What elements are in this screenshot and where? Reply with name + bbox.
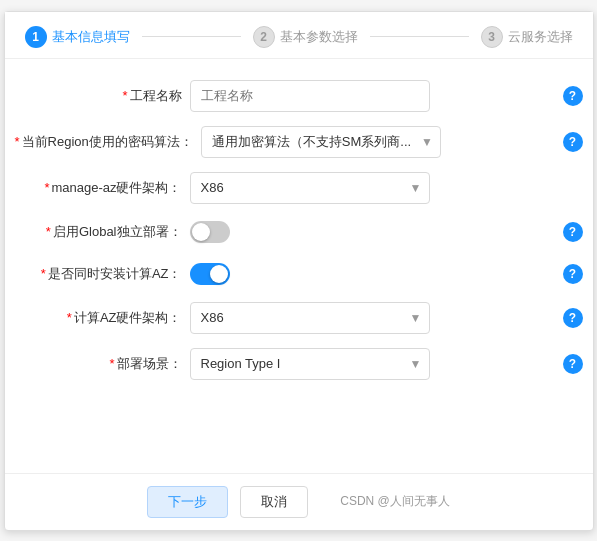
label-compute-az: *是否同时安装计算AZ： bbox=[15, 265, 190, 283]
row-deploy-scene: *部署场景： Region Type I Region Type II Regi… bbox=[5, 341, 593, 387]
help-icon-deploy-scene[interactable]: ? bbox=[563, 354, 583, 374]
dialog: 1 基本信息填写 2 基本参数选择 3 云服务选择 *工程名称 ? bbox=[4, 11, 594, 531]
next-button[interactable]: 下一步 bbox=[147, 486, 228, 518]
toggle-wrap-compute bbox=[190, 263, 230, 285]
footer: 下一步 取消 CSDN @人间无事人 bbox=[5, 473, 593, 530]
step-2-circle: 2 bbox=[253, 26, 275, 48]
crypto-algorithm-select[interactable]: 通用加密算法（不支持SM系列商... SM系列商用密码算法 bbox=[201, 126, 441, 158]
required-star: * bbox=[109, 356, 114, 371]
control-compute-az bbox=[190, 263, 553, 285]
watermark: CSDN @人间无事人 bbox=[340, 493, 450, 510]
toggle-knob-global bbox=[192, 223, 210, 241]
required-star: * bbox=[15, 134, 20, 149]
compute-az-arch-select[interactable]: X86 ARM bbox=[190, 302, 430, 334]
row-project-name: *工程名称 ? bbox=[5, 73, 593, 119]
help-icon-project-name[interactable]: ? bbox=[563, 86, 583, 106]
required-star: * bbox=[41, 266, 46, 281]
step-2-label: 基本参数选择 bbox=[280, 28, 358, 46]
required-star: * bbox=[122, 88, 127, 103]
select-wrap-deploy: Region Type I Region Type II Region Type… bbox=[190, 348, 430, 380]
control-manage-az-arch: X86 ARM ▼ bbox=[190, 172, 583, 204]
cancel-button[interactable]: 取消 bbox=[240, 486, 308, 518]
step-divider-2 bbox=[370, 36, 469, 37]
step-1: 1 基本信息填写 bbox=[25, 26, 130, 48]
compute-az-toggle[interactable] bbox=[190, 263, 230, 285]
label-project-name: *工程名称 bbox=[15, 87, 190, 105]
row-compute-az-arch: *计算AZ硬件架构： X86 ARM ▼ ? bbox=[5, 295, 593, 341]
select-wrap-crypto: 通用加密算法（不支持SM系列商... SM系列商用密码算法 ▼ bbox=[201, 126, 441, 158]
step-divider-1 bbox=[142, 36, 241, 37]
help-icon-global-deploy[interactable]: ? bbox=[563, 222, 583, 242]
deploy-scene-select[interactable]: Region Type I Region Type II Region Type… bbox=[190, 348, 430, 380]
step-3: 3 云服务选择 bbox=[481, 26, 573, 48]
label-deploy-scene: *部署场景： bbox=[15, 355, 190, 373]
select-wrap-compute-az: X86 ARM ▼ bbox=[190, 302, 430, 334]
control-project-name bbox=[190, 80, 553, 112]
label-manage-az-arch: *manage-az硬件架构： bbox=[15, 179, 190, 197]
project-name-input[interactable] bbox=[190, 80, 430, 112]
required-star: * bbox=[46, 224, 51, 239]
step-1-circle: 1 bbox=[25, 26, 47, 48]
toggle-wrap-global bbox=[190, 221, 230, 243]
step-1-label: 基本信息填写 bbox=[52, 28, 130, 46]
step-3-label: 云服务选择 bbox=[508, 28, 573, 46]
label-global-deploy: *启用Global独立部署： bbox=[15, 223, 190, 241]
global-deploy-toggle[interactable] bbox=[190, 221, 230, 243]
label-crypto-algorithm: *当前Region使用的密码算法： bbox=[15, 133, 201, 151]
steps-header: 1 基本信息填写 2 基本参数选择 3 云服务选择 bbox=[5, 12, 593, 59]
row-manage-az-arch: *manage-az硬件架构： X86 ARM ▼ bbox=[5, 165, 593, 211]
control-global-deploy bbox=[190, 221, 553, 243]
help-icon-crypto[interactable]: ? bbox=[563, 132, 583, 152]
row-crypto-algorithm: *当前Region使用的密码算法： 通用加密算法（不支持SM系列商... SM系… bbox=[5, 119, 593, 165]
row-compute-az: *是否同时安装计算AZ： ? bbox=[5, 253, 593, 295]
control-compute-az-arch: X86 ARM ▼ bbox=[190, 302, 553, 334]
form-area: *工程名称 ? *当前Region使用的密码算法： 通用加密算法（不支持SM系列… bbox=[5, 59, 593, 473]
step-2: 2 基本参数选择 bbox=[253, 26, 358, 48]
label-compute-az-arch: *计算AZ硬件架构： bbox=[15, 309, 190, 327]
select-wrap-manage-az: X86 ARM ▼ bbox=[190, 172, 430, 204]
step-3-circle: 3 bbox=[481, 26, 503, 48]
required-star: * bbox=[44, 180, 49, 195]
row-global-deploy: *启用Global独立部署： ? bbox=[5, 211, 593, 253]
required-star: * bbox=[67, 310, 72, 325]
help-icon-compute-az-arch[interactable]: ? bbox=[563, 308, 583, 328]
control-crypto-algorithm: 通用加密算法（不支持SM系列商... SM系列商用密码算法 ▼ bbox=[201, 126, 553, 158]
toggle-knob-compute bbox=[210, 265, 228, 283]
control-deploy-scene: Region Type I Region Type II Region Type… bbox=[190, 348, 553, 380]
help-icon-compute-az[interactable]: ? bbox=[563, 264, 583, 284]
manage-az-arch-select[interactable]: X86 ARM bbox=[190, 172, 430, 204]
